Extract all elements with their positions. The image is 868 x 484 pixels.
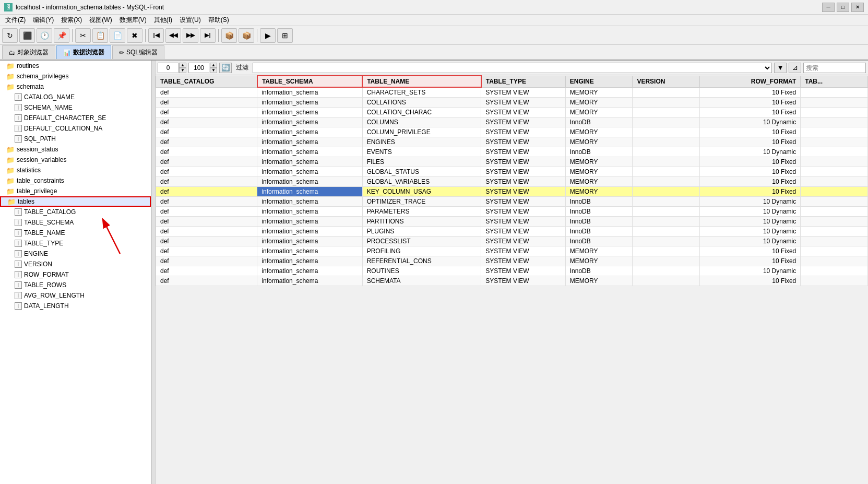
table-cell[interactable]: SYSTEM VIEW: [481, 147, 565, 157]
table-cell[interactable]: SYSTEM VIEW: [481, 117, 565, 127]
menu-database[interactable]: 数据库(V): [116, 15, 150, 26]
table-cell[interactable]: [801, 147, 868, 157]
table-cell[interactable]: [801, 108, 868, 117]
table-cell[interactable]: MEMORY: [565, 87, 633, 98]
table-cell[interactable]: [801, 246, 868, 256]
tab-object-browser[interactable]: 🗂 对象浏览器: [2, 45, 55, 59]
table-cell[interactable]: information_schema: [257, 157, 362, 167]
table-cell[interactable]: InnoDB: [565, 197, 633, 207]
menu-settings[interactable]: 设置(U): [176, 15, 204, 26]
table-cell[interactable]: def: [156, 137, 257, 147]
table-cell[interactable]: def: [156, 256, 257, 266]
table-cell[interactable]: [633, 117, 700, 127]
table-cell[interactable]: def: [156, 207, 257, 217]
table-cell[interactable]: def: [156, 187, 257, 197]
table-row[interactable]: definformation_schemaENGINESSYSTEM VIEWM…: [156, 137, 868, 147]
pin-button[interactable]: 📌: [54, 28, 69, 43]
table-cell[interactable]: [801, 177, 868, 187]
table-cell[interactable]: KEY_COLUMN_USAG: [362, 187, 481, 197]
table-cell[interactable]: SYSTEM VIEW: [481, 98, 565, 108]
table-cell[interactable]: def: [156, 167, 257, 177]
table-cell[interactable]: MEMORY: [565, 187, 633, 197]
table-cell[interactable]: information_schema: [257, 147, 362, 157]
table-cell[interactable]: def: [156, 227, 257, 237]
table-cell[interactable]: 10 Fixed: [700, 98, 801, 108]
sidebar-item-data-length[interactable]: I DATA_LENGTH: [0, 301, 151, 311]
table-cell[interactable]: InnoDB: [565, 147, 633, 157]
table-cell[interactable]: COLLATION_CHARAC: [362, 108, 481, 117]
table-cell[interactable]: InnoDB: [565, 266, 633, 276]
table-cell[interactable]: [801, 256, 868, 266]
table-cell[interactable]: ROUTINES: [362, 266, 481, 276]
table-cell[interactable]: [801, 276, 868, 286]
menu-search[interactable]: 搜索(X): [58, 15, 85, 26]
sidebar-item-table-catalog[interactable]: I TABLE_CATALOG: [0, 207, 151, 217]
table-cell[interactable]: information_schema: [257, 187, 362, 197]
table-cell[interactable]: COLLATIONS: [362, 98, 481, 108]
table-cell[interactable]: def: [156, 276, 257, 286]
table-cell[interactable]: [633, 276, 700, 286]
table-cell[interactable]: information_schema: [257, 227, 362, 237]
table-cell[interactable]: InnoDB: [565, 217, 633, 227]
table-cell[interactable]: information_schema: [257, 256, 362, 266]
table-row[interactable]: definformation_schemaROUTINESSYSTEM VIEW…: [156, 266, 868, 276]
menu-help[interactable]: 帮助(S): [205, 15, 232, 26]
table-cell[interactable]: [801, 227, 868, 237]
table-cell[interactable]: def: [156, 217, 257, 227]
table-cell[interactable]: SYSTEM VIEW: [481, 167, 565, 177]
table-cell[interactable]: [801, 187, 868, 197]
table-cell[interactable]: information_schema: [257, 246, 362, 256]
table-cell[interactable]: REFERENTIAL_CONS: [362, 256, 481, 266]
start-down-button[interactable]: ▼: [179, 68, 186, 73]
tab-sql-editor[interactable]: ✏ SQL编辑器: [112, 45, 164, 59]
table-cell[interactable]: def: [156, 197, 257, 207]
table-cell[interactable]: SYSTEM VIEW: [481, 127, 565, 137]
table-cell[interactable]: EVENTS: [362, 147, 481, 157]
table-cell[interactable]: 10 Fixed: [700, 167, 801, 177]
sidebar-item-catalog-name[interactable]: I CATALOG_NAME: [0, 92, 151, 102]
table-cell[interactable]: SYSTEM VIEW: [481, 266, 565, 276]
table-cell[interactable]: 10 Fixed: [700, 276, 801, 286]
count-input[interactable]: [188, 63, 209, 73]
count-spinner[interactable]: ▲ ▼: [188, 63, 217, 73]
table-cell[interactable]: def: [156, 127, 257, 137]
start-input[interactable]: [158, 63, 179, 73]
col-version[interactable]: VERSION: [633, 76, 700, 87]
sidebar-item-version[interactable]: I VERSION: [0, 259, 151, 269]
sidebar-item-schema-privileges[interactable]: 📁 schema_privileges: [0, 71, 151, 81]
table-cell[interactable]: 10 Fixed: [700, 108, 801, 117]
close-button[interactable]: ✕: [851, 3, 864, 12]
table-cell[interactable]: information_schema: [257, 207, 362, 217]
table-cell[interactable]: MEMORY: [565, 276, 633, 286]
table-cell[interactable]: information_schema: [257, 98, 362, 108]
table-cell[interactable]: InnoDB: [565, 117, 633, 127]
table-cell[interactable]: information_schema: [257, 266, 362, 276]
table-cell[interactable]: SYSTEM VIEW: [481, 227, 565, 237]
sidebar-item-table-type[interactable]: I TABLE_TYPE: [0, 238, 151, 249]
table-cell[interactable]: [633, 87, 700, 98]
table-cell[interactable]: CHARACTER_SETS: [362, 87, 481, 98]
table-cell[interactable]: information_schema: [257, 127, 362, 137]
table-cell[interactable]: def: [156, 87, 257, 98]
grid-button[interactable]: ⊞: [277, 28, 293, 43]
table-cell[interactable]: 10 Dynamic: [700, 207, 801, 217]
table-cell[interactable]: [801, 217, 868, 227]
sidebar-item-table-constraints[interactable]: 📁 table_constraints: [0, 175, 151, 186]
import-button[interactable]: 📦: [239, 28, 254, 43]
sidebar[interactable]: 📁 routines 📁 schema_privileges 📁 schemat…: [0, 61, 151, 484]
menu-other[interactable]: 其他(I): [151, 15, 175, 26]
sidebar-item-default-charset[interactable]: I DEFAULT_CHARACTER_SE: [0, 113, 151, 123]
sidebar-item-routines[interactable]: 📁 routines: [0, 61, 151, 71]
table-cell[interactable]: SYSTEM VIEW: [481, 217, 565, 227]
maximize-button[interactable]: □: [837, 3, 849, 12]
table-cell[interactable]: [633, 137, 700, 147]
table-cell[interactable]: [633, 266, 700, 276]
table-cell[interactable]: MEMORY: [565, 127, 633, 137]
table-cell[interactable]: [633, 147, 700, 157]
sidebar-item-default-collation[interactable]: I DEFAULT_COLLATION_NA: [0, 123, 151, 134]
table-cell[interactable]: [633, 197, 700, 207]
table-cell[interactable]: SYSTEM VIEW: [481, 207, 565, 217]
table-cell[interactable]: 10 Fixed: [700, 137, 801, 147]
table-cell[interactable]: SYSTEM VIEW: [481, 187, 565, 197]
table-cell[interactable]: SYSTEM VIEW: [481, 87, 565, 98]
